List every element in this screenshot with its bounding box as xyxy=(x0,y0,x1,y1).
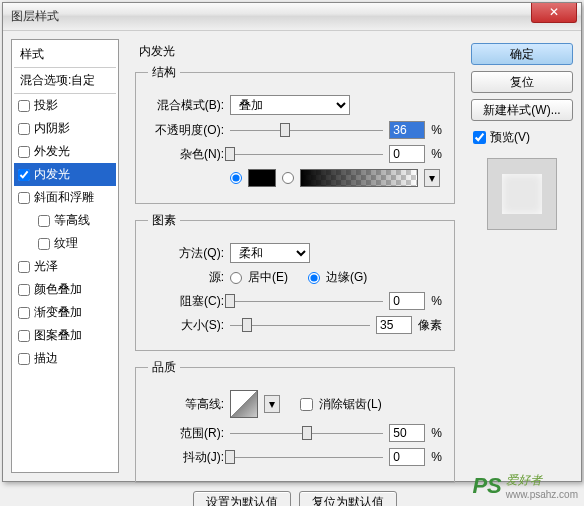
watermark-url: www.psahz.com xyxy=(506,489,578,500)
preview-checkbox[interactable] xyxy=(473,131,486,144)
blend-options-header[interactable]: 混合选项:自定 xyxy=(14,68,116,94)
main-settings-panel: 内发光 结构 混合模式(B): 叠加 不透明度(O): % 杂色(N): xyxy=(127,39,463,473)
contour-picker[interactable] xyxy=(230,390,258,418)
noise-slider[interactable] xyxy=(230,146,383,162)
style-label: 内发光 xyxy=(34,166,70,183)
style-item[interactable]: 等高线 xyxy=(14,209,116,232)
style-label: 斜面和浮雕 xyxy=(34,189,94,206)
elements-legend: 图素 xyxy=(148,212,180,229)
size-unit: 像素 xyxy=(418,317,442,334)
style-checkbox[interactable] xyxy=(18,192,30,204)
cancel-button[interactable]: 复位 xyxy=(471,71,573,93)
style-checkbox[interactable] xyxy=(18,353,30,365)
panel-title: 内发光 xyxy=(135,43,455,60)
gradient-dropdown-icon[interactable]: ▾ xyxy=(424,169,440,187)
set-default-button[interactable]: 设置为默认值 xyxy=(193,491,291,506)
preview-toggle[interactable]: 预览(V) xyxy=(471,127,573,148)
opacity-unit: % xyxy=(431,123,442,137)
style-label: 内阴影 xyxy=(34,120,70,137)
antialias-label: 消除锯齿(L) xyxy=(319,396,382,413)
style-label: 等高线 xyxy=(54,212,90,229)
style-label: 描边 xyxy=(34,350,58,367)
choke-slider[interactable] xyxy=(230,293,383,309)
opacity-slider[interactable] xyxy=(230,122,383,138)
style-item[interactable]: 投影 xyxy=(14,94,116,117)
noise-unit: % xyxy=(431,147,442,161)
style-label: 纹理 xyxy=(54,235,78,252)
blend-mode-label: 混合模式(B): xyxy=(148,97,224,114)
style-label: 颜色叠加 xyxy=(34,281,82,298)
style-label: 图案叠加 xyxy=(34,327,82,344)
watermark-text: 爱好者 xyxy=(506,473,542,487)
window-title: 图层样式 xyxy=(11,8,59,25)
noise-input[interactable] xyxy=(389,145,425,163)
method-label: 方法(Q): xyxy=(148,245,224,262)
blend-mode-select[interactable]: 叠加 xyxy=(230,95,350,115)
style-checkbox[interactable] xyxy=(18,169,30,181)
titlebar[interactable]: 图层样式 ✕ xyxy=(3,3,581,31)
style-checkbox[interactable] xyxy=(18,330,30,342)
watermark: PS 爱好者 www.psahz.com xyxy=(472,472,578,500)
style-item[interactable]: 内阴影 xyxy=(14,117,116,140)
style-checkbox[interactable] xyxy=(18,307,30,319)
source-center-radio[interactable] xyxy=(230,272,242,284)
range-slider[interactable] xyxy=(230,425,383,441)
jitter-slider[interactable] xyxy=(230,449,383,465)
style-checkbox[interactable] xyxy=(38,238,50,250)
color-swatch[interactable] xyxy=(248,169,276,187)
method-select[interactable]: 柔和 xyxy=(230,243,310,263)
style-item[interactable]: 内发光 xyxy=(14,163,116,186)
style-checkbox[interactable] xyxy=(38,215,50,227)
noise-label: 杂色(N): xyxy=(148,146,224,163)
style-item[interactable]: 光泽 xyxy=(14,255,116,278)
new-style-button[interactable]: 新建样式(W)... xyxy=(471,99,573,121)
preview-box xyxy=(487,158,557,230)
style-checkbox[interactable] xyxy=(18,100,30,112)
antialias-checkbox[interactable] xyxy=(300,398,313,411)
elements-group: 图素 方法(Q): 柔和 源: 居中(E) 边缘(G) 阻塞(C): xyxy=(135,212,455,351)
source-center-label: 居中(E) xyxy=(248,269,288,286)
range-label: 范围(R): xyxy=(148,425,224,442)
style-item[interactable]: 图案叠加 xyxy=(14,324,116,347)
jitter-input[interactable] xyxy=(389,448,425,466)
content-area: 样式 混合选项:自定 投影内阴影外发光内发光斜面和浮雕等高线纹理光泽颜色叠加渐变… xyxy=(3,31,581,481)
jitter-unit: % xyxy=(431,450,442,464)
source-edge-radio[interactable] xyxy=(308,272,320,284)
style-item[interactable]: 渐变叠加 xyxy=(14,301,116,324)
size-input[interactable] xyxy=(376,316,412,334)
gradient-radio[interactable] xyxy=(282,172,294,184)
style-label: 渐变叠加 xyxy=(34,304,82,321)
color-radio[interactable] xyxy=(230,172,242,184)
reset-default-button[interactable]: 复位为默认值 xyxy=(299,491,397,506)
right-button-panel: 确定 复位 新建样式(W)... 预览(V) xyxy=(471,39,573,473)
style-item[interactable]: 外发光 xyxy=(14,140,116,163)
contour-dropdown-icon[interactable]: ▾ xyxy=(264,395,280,413)
style-label: 投影 xyxy=(34,97,58,114)
style-checkbox[interactable] xyxy=(18,284,30,296)
structure-legend: 结构 xyxy=(148,64,180,81)
opacity-label: 不透明度(O): xyxy=(148,122,224,139)
style-item[interactable]: 颜色叠加 xyxy=(14,278,116,301)
jitter-label: 抖动(J): xyxy=(148,449,224,466)
opacity-input[interactable] xyxy=(389,121,425,139)
range-input[interactable] xyxy=(389,424,425,442)
style-label: 光泽 xyxy=(34,258,58,275)
close-button[interactable]: ✕ xyxy=(531,3,577,23)
style-checkbox[interactable] xyxy=(18,123,30,135)
size-slider[interactable] xyxy=(230,317,370,333)
gradient-picker[interactable] xyxy=(300,169,418,187)
watermark-logo: PS xyxy=(472,473,501,499)
choke-input[interactable] xyxy=(389,292,425,310)
range-unit: % xyxy=(431,426,442,440)
styles-header[interactable]: 样式 xyxy=(14,42,116,68)
ok-button[interactable]: 确定 xyxy=(471,43,573,65)
style-checkbox[interactable] xyxy=(18,146,30,158)
preview-thumbnail xyxy=(502,174,542,214)
styles-list-panel: 样式 混合选项:自定 投影内阴影外发光内发光斜面和浮雕等高线纹理光泽颜色叠加渐变… xyxy=(11,39,119,473)
style-item[interactable]: 纹理 xyxy=(14,232,116,255)
style-item[interactable]: 描边 xyxy=(14,347,116,370)
source-edge-label: 边缘(G) xyxy=(326,269,367,286)
size-label: 大小(S): xyxy=(148,317,224,334)
style-item[interactable]: 斜面和浮雕 xyxy=(14,186,116,209)
style-checkbox[interactable] xyxy=(18,261,30,273)
